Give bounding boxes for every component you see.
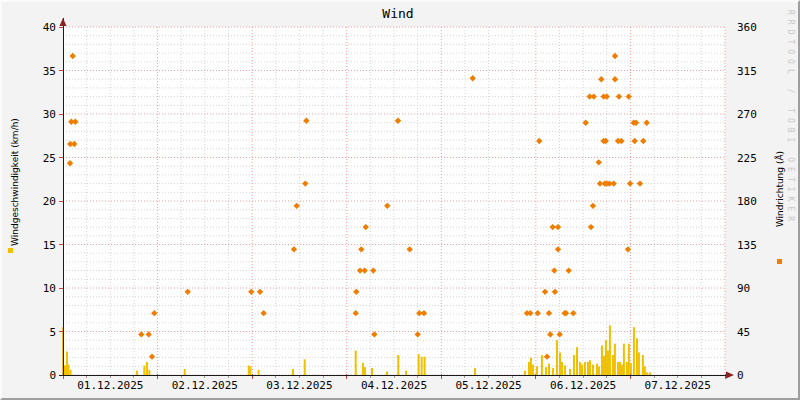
y-left-tick-label: 0 [49, 369, 56, 382]
wind-speed-bar [362, 363, 364, 375]
x-axis-date-label: 06.12.2025 [550, 379, 616, 392]
wind-speed-bar [587, 362, 589, 375]
wind-speed-bar [623, 344, 625, 375]
wind-speed-bar [421, 357, 423, 375]
y-left-tick-label: 25 [43, 152, 56, 165]
wind-speed-bar [528, 362, 530, 375]
wind-speed-bar [292, 369, 294, 375]
y-left-tick-label: 5 [49, 326, 56, 339]
wind-speed-bar [628, 344, 630, 375]
wind-speed-bar [564, 365, 566, 375]
wind-speed-bar [556, 340, 558, 375]
rrdtool-wind-graph: Wind 05101520253035400459013518022527031… [0, 0, 800, 400]
wind-speed-bar [596, 364, 598, 375]
wind-speed-bar [474, 368, 476, 375]
wind-speed-bar [561, 362, 563, 375]
wind-speed-bar [644, 366, 646, 375]
y-right-tick-label: 360 [737, 21, 757, 34]
wind-speed-bar [612, 355, 614, 375]
wind-direction-legend-swatch [777, 259, 782, 264]
wind-chart-canvas: 0510152025303540045901351802252703153600… [2, 2, 798, 398]
y-left-tick-label: 15 [43, 239, 56, 252]
wind-speed-bar [386, 372, 388, 375]
wind-speed-legend-swatch [8, 248, 13, 253]
right-axis-unit-label: Windrichtung (Å) [775, 151, 785, 227]
wind-speed-bar [638, 352, 640, 375]
x-axis-arrow-icon [726, 372, 734, 379]
wind-speed-bar [581, 365, 583, 375]
wind-speed-bar [541, 355, 543, 375]
wind-speed-bar [397, 355, 399, 375]
wind-speed-bar [579, 362, 581, 375]
y-left-tick-label: 20 [43, 195, 56, 208]
wind-speed-bar [592, 365, 594, 375]
wind-speed-bar [371, 368, 373, 375]
y-right-tick-label: 0 [737, 369, 744, 382]
y-right-tick-label: 45 [737, 326, 750, 339]
wind-speed-bar [69, 370, 71, 375]
wind-speed-bar [67, 365, 69, 375]
wind-speed-bar [619, 362, 621, 375]
wind-speed-bar [424, 357, 426, 375]
wind-speed-bar [607, 351, 609, 375]
wind-speed-bar [636, 338, 638, 375]
y-left-tick-label: 35 [43, 65, 56, 78]
wind-speed-bar [304, 359, 306, 375]
y-axis-arrow-icon [60, 18, 67, 26]
wind-speed-bar [626, 362, 628, 375]
y-left-tick-label: 10 [43, 282, 56, 295]
wind-speed-bar [603, 356, 605, 375]
wind-speed-bar [532, 365, 534, 375]
wind-speed-bar [146, 362, 148, 375]
wind-speed-bar [621, 365, 623, 375]
x-axis-date-label: 01.12.2025 [77, 379, 143, 392]
wind-speed-bar [559, 352, 561, 375]
wind-speed-bar [589, 360, 591, 375]
wind-speed-bar [249, 366, 251, 375]
rrdtool-watermark: RRDTOOL / TOBI OETIKER [786, 10, 795, 226]
x-axis-date-label: 03.12.2025 [266, 379, 332, 392]
wind-speed-bar [418, 354, 420, 375]
y-right-tick-label: 315 [737, 65, 757, 78]
wind-speed-bar [136, 371, 138, 375]
wind-speed-bar [548, 364, 550, 375]
wind-speed-bar [642, 355, 644, 375]
y-right-tick-label: 270 [737, 108, 757, 121]
wind-speed-bar [545, 367, 547, 375]
wind-speed-bar [617, 362, 619, 375]
wind-speed-bar [584, 362, 586, 375]
wind-speed-bar [364, 367, 366, 375]
wind-speed-bar [405, 371, 407, 375]
y-right-tick-label: 180 [737, 195, 757, 208]
y-left-tick-label: 30 [43, 108, 56, 121]
wind-speed-bar [601, 345, 603, 375]
wind-speed-bar [569, 369, 571, 375]
x-axis-date-label: 07.12.2025 [645, 379, 711, 392]
wind-speed-bar [605, 340, 607, 375]
wind-speed-bar [355, 351, 357, 375]
wind-speed-bar [64, 365, 66, 375]
y-right-tick-label: 135 [737, 239, 757, 252]
wind-speed-bar [143, 365, 145, 375]
x-axis-date-label: 04.12.2025 [361, 379, 427, 392]
x-axis-date-label: 05.12.2025 [455, 379, 521, 392]
wind-speed-bar [524, 371, 526, 375]
wind-speed-bar [614, 344, 616, 375]
wind-speed-bar [598, 366, 600, 375]
wind-speed-bar [630, 363, 632, 375]
x-axis-date-label: 02.12.2025 [172, 379, 238, 392]
wind-speed-bar [609, 325, 611, 375]
wind-speed-bar [552, 368, 554, 375]
wind-speed-bar [573, 355, 575, 375]
wind-speed-bar [576, 347, 578, 375]
y-right-tick-label: 90 [737, 282, 750, 295]
wind-speed-bar [148, 370, 150, 375]
wind-speed-bar [530, 358, 532, 375]
wind-speed-bar [184, 369, 186, 375]
wind-speed-bar [536, 366, 538, 375]
wind-speed-bar [258, 370, 260, 375]
left-axis-unit-label: Windgeschwindigkeit (km/h) [10, 118, 20, 246]
y-right-tick-label: 225 [737, 152, 757, 165]
y-left-tick-label: 40 [43, 21, 56, 34]
wind-speed-bar [633, 327, 635, 375]
